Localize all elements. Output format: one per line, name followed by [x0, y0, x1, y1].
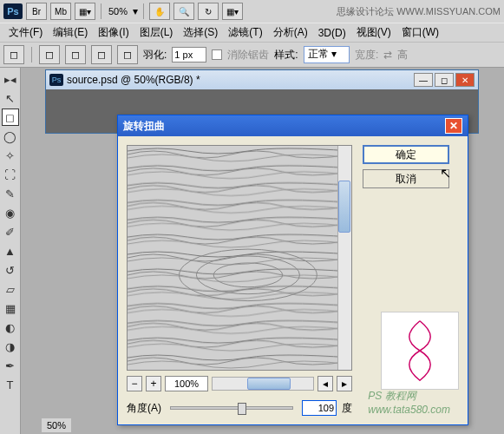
menu-view[interactable]: 视图(V) — [351, 23, 396, 42]
brush-tool[interactable]: ✐ — [2, 223, 19, 240]
height-label: 高 — [397, 48, 408, 62]
scroll-right-button[interactable]: ▸ — [337, 376, 352, 391]
scrollbar-thumb[interactable] — [247, 378, 291, 390]
crop-tool[interactable]: ⛶ — [2, 166, 19, 183]
watermark-site: PS 教程网 www.tata580.com — [368, 389, 450, 416]
angle-slider[interactable] — [170, 406, 293, 410]
angle-label: 角度(A) — [127, 401, 161, 416]
preview-scrollbar-horizontal[interactable] — [212, 377, 314, 391]
feather-input[interactable] — [172, 47, 206, 62]
dialog-close-button[interactable]: ✕ — [445, 118, 462, 134]
zoom-tool-button[interactable]: 🔍 — [173, 3, 194, 20]
menu-filter[interactable]: 滤镜(T) — [223, 23, 267, 42]
menu-analysis[interactable]: 分析(A) — [268, 23, 313, 42]
marquee-tool[interactable]: ◻ — [2, 108, 19, 126]
menu-image[interactable]: 图像(I) — [93, 23, 134, 42]
separator — [143, 3, 144, 19]
svg-rect-1 — [128, 146, 351, 370]
cancel-button[interactable]: 取消 — [363, 169, 449, 188]
add-selection-icon[interactable]: ◻ — [65, 45, 86, 64]
antialias-checkbox[interactable] — [212, 49, 222, 60]
style-select[interactable]: 正常 ▾ — [304, 46, 350, 63]
screen-mode-button[interactable]: ▦▾ — [75, 3, 95, 20]
menu-3d[interactable]: 3D(D) — [313, 25, 351, 41]
eraser-tool[interactable]: ▱ — [2, 280, 19, 298]
status-zoom[interactable]: 50% — [42, 418, 71, 432]
menu-bar: 文件(F) 编辑(E) 图像(I) 图层(L) 选择(S) 滤镜(T) 分析(A… — [0, 23, 504, 42]
document-titlebar[interactable]: Ps source.psd @ 50%(RGB/8) * — ◻ ✕ — [46, 70, 478, 89]
minibridge-button[interactable]: Mb — [50, 3, 71, 20]
rotate-view-button[interactable]: ↻ — [198, 3, 219, 20]
eyedropper-tool[interactable]: ✎ — [2, 185, 19, 202]
dialog-titlebar[interactable]: 旋转扭曲 ✕ — [118, 115, 468, 136]
type-tool[interactable]: T — [2, 376, 19, 393]
pen-tool[interactable]: ✒ — [2, 357, 19, 374]
tool-panel: ▸◂ ↖ ◻ ◯ ✧ ⛶ ✎ ◉ ✐ ▲ ↺ ▱ ▦ ◐ ◑ ✒ T — [0, 68, 21, 434]
menu-edit[interactable]: 编辑(E) — [48, 23, 93, 42]
menu-window[interactable]: 窗口(W) — [396, 23, 444, 42]
gradient-tool[interactable]: ▦ — [2, 299, 19, 317]
zoom-level[interactable]: 50% — [107, 5, 129, 17]
hand-tool-button[interactable]: ✋ — [149, 3, 170, 20]
subtract-selection-icon[interactable]: ◻ — [91, 45, 112, 64]
move-tool[interactable]: ↖ — [2, 89, 19, 107]
feather-label: 羽化: — [143, 48, 167, 62]
slider-thumb[interactable] — [238, 403, 246, 415]
wand-tool[interactable]: ✧ — [2, 147, 19, 164]
antialias-label: 消除锯齿 — [227, 48, 269, 62]
scrollbar-thumb[interactable] — [338, 181, 350, 233]
new-selection-icon[interactable]: ◻ — [39, 45, 60, 64]
stamp-tool[interactable]: ▲ — [2, 242, 19, 260]
width-label: 宽度: — [355, 48, 378, 62]
preview-scrollbar-vertical[interactable] — [337, 146, 351, 370]
blur-tool[interactable]: ◐ — [2, 319, 19, 336]
maximize-button[interactable]: ◻ — [435, 73, 454, 87]
zoom-in-button[interactable]: + — [146, 376, 161, 391]
document-title: source.psd @ 50%(RGB/8) * — [67, 74, 200, 86]
menu-select[interactable]: 选择(S) — [178, 23, 223, 42]
tool-preset-icon[interactable]: ◻ — [3, 45, 24, 64]
intersect-selection-icon[interactable]: ◻ — [117, 45, 138, 64]
watermark-text: 思缘设计论坛 WWW.MISSYUAN.COM — [337, 5, 501, 18]
style-label: 样式: — [274, 48, 298, 62]
dialog-title: 旋转扭曲 — [123, 119, 165, 134]
ok-button[interactable]: 确定 — [363, 145, 449, 164]
effect-thumbnail — [381, 312, 459, 390]
options-bar: ◻ ◻ ◻ ◻ ◻ 羽化: 消除锯齿 样式: 正常 ▾ 宽度: ⇄ 高 — [0, 42, 504, 68]
dodge-tool[interactable]: ◑ — [2, 338, 19, 355]
twirl-dialog: 旋转扭曲 ✕ — [117, 115, 468, 425]
minimize-button[interactable]: — — [414, 73, 433, 87]
lasso-tool[interactable]: ◯ — [2, 128, 19, 145]
arrange-button[interactable]: ▦▾ — [222, 3, 243, 20]
collapse-icon[interactable]: ▸◂ — [2, 70, 19, 88]
bridge-button[interactable]: Br — [26, 3, 47, 20]
angle-unit: 度 — [342, 401, 352, 416]
healing-tool[interactable]: ◉ — [2, 204, 19, 221]
close-button[interactable]: ✕ — [455, 73, 475, 87]
app-bar: Ps Br Mb ▦▾ 50%▾ ✋ 🔍 ↻ ▦▾ 思缘设计论坛 WWW.MIS… — [0, 0, 504, 23]
history-brush-tool[interactable]: ↺ — [2, 261, 19, 279]
ps-logo: Ps — [3, 3, 23, 19]
angle-input[interactable] — [302, 400, 337, 416]
menu-file[interactable]: 文件(F) — [3, 23, 48, 42]
filter-preview[interactable] — [127, 145, 352, 371]
scroll-left-button[interactable]: ◂ — [317, 376, 333, 391]
ps-icon: Ps — [49, 74, 63, 86]
zoom-out-button[interactable]: − — [127, 376, 142, 391]
separator — [101, 3, 101, 19]
menu-layer[interactable]: 图层(L) — [134, 23, 179, 42]
zoom-input[interactable] — [165, 376, 208, 391]
